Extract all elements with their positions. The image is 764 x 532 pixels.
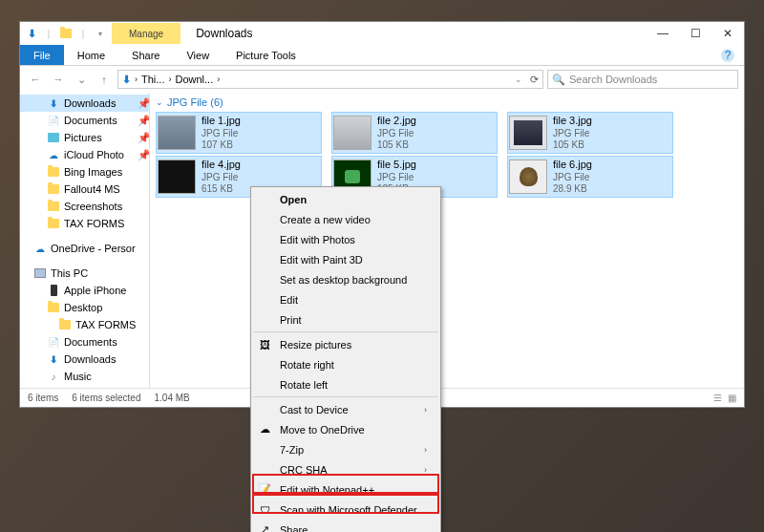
nav-forward-button[interactable]: → xyxy=(49,70,68,89)
menu-item[interactable]: 📝Edit with Notepad++ xyxy=(251,479,440,500)
menu-item-label: Move to OneDrive xyxy=(280,424,365,436)
menu-item-label: Rotate right xyxy=(280,359,334,371)
folder-icon xyxy=(47,182,60,196)
file-item[interactable]: file 1.jpgJPG File107 KB xyxy=(156,112,322,154)
sidebar-item-onedrive[interactable]: ☁OneDrive - Persor xyxy=(20,240,149,257)
breadcrumb-seg[interactable]: › xyxy=(135,74,138,84)
group-header[interactable]: ⌄JPG File (6) xyxy=(150,93,744,112)
minimize-button[interactable]: — xyxy=(647,22,679,45)
nav-back-button[interactable]: ← xyxy=(26,70,45,89)
pin-icon: 📌 xyxy=(138,132,149,143)
sidebar-item-fallout[interactable]: Fallout4 MS xyxy=(20,181,149,198)
sidebar-item-phone[interactable]: Apple iPhone xyxy=(20,282,149,299)
menu-item-label: Resize pictures xyxy=(280,339,351,351)
cloud-icon: ☁ xyxy=(47,148,60,161)
sidebar-item-desktop[interactable]: Desktop xyxy=(20,299,149,316)
menu-item[interactable]: Edit with Paint 3D xyxy=(251,249,440,269)
breadcrumb-seg[interactable]: Thi... xyxy=(141,74,164,85)
file-size: 105 KB xyxy=(377,139,416,151)
sidebar-item-pictures[interactable]: Pictures📌 xyxy=(20,129,149,146)
breadcrumb-seg[interactable]: › xyxy=(217,74,220,84)
file-item[interactable]: file 6.jpgJPG File28.9 KB xyxy=(507,156,673,198)
folder-icon[interactable] xyxy=(58,26,74,41)
menu-item[interactable]: ☁Move to OneDrive xyxy=(251,419,440,439)
file-name: file 1.jpg xyxy=(202,115,241,127)
chevron-right-icon: › xyxy=(424,445,427,455)
menu-item[interactable]: Open xyxy=(251,189,440,209)
status-selected: 6 items selected xyxy=(72,393,140,403)
sidebar-item-icloud[interactable]: ☁iCloud Photo📌 xyxy=(20,146,149,163)
sidebar-item-label: Documents xyxy=(64,336,117,348)
refresh-icon[interactable]: ⟳ xyxy=(530,74,539,86)
nav-pane: ⬇Downloads📌 📄Documents📌 Pictures📌 ☁iClou… xyxy=(20,93,150,388)
file-size: 28.9 KB xyxy=(553,183,592,195)
thumbnail xyxy=(509,160,547,194)
music-icon: ♪ xyxy=(47,370,60,383)
menu-item[interactable]: Cast to Device› xyxy=(251,399,440,419)
menu-item-label: Print xyxy=(280,314,302,326)
menu-item[interactable]: Set as desktop background xyxy=(251,269,440,289)
menu-item[interactable]: 7-Zip› xyxy=(251,439,440,459)
menu-item[interactable]: ↗Share xyxy=(251,520,440,532)
search-input[interactable]: 🔍 Search Downloads xyxy=(547,70,738,89)
menu-item[interactable]: 🖼Resize pictures xyxy=(251,334,440,354)
menu-item-label: Cast to Device xyxy=(280,404,349,415)
menu-item[interactable]: Edit xyxy=(251,289,440,309)
tab-share[interactable]: Share xyxy=(118,45,173,65)
breadcrumb-dropdown[interactable]: ⌄ xyxy=(515,74,522,84)
menu-item[interactable]: CRC SHA› xyxy=(251,459,440,479)
menu-item[interactable]: Print xyxy=(251,309,440,330)
sidebar-item-thispc[interactable]: This PC xyxy=(20,265,149,282)
nav-history-button[interactable]: ⌄ xyxy=(72,70,91,89)
download-icon: ⬇ xyxy=(47,96,60,110)
down-arrow-icon[interactable]: ⬇ xyxy=(24,26,39,41)
thumbnails-view-icon[interactable]: ▦ xyxy=(728,393,736,403)
pin-icon: 📌 xyxy=(138,97,149,109)
file-type: JPG File xyxy=(553,172,592,183)
sidebar-item-taxforms[interactable]: TAX FORMS xyxy=(20,215,149,232)
tab-file[interactable]: File xyxy=(20,45,64,65)
file-name: file 3.jpg xyxy=(553,115,592,127)
menu-item[interactable]: Edit with Photos xyxy=(251,229,440,249)
sidebar-item-documents-pc[interactable]: 📄Documents xyxy=(20,333,149,351)
help-icon[interactable]: ? xyxy=(721,49,734,62)
menu-item[interactable]: 🛡Scan with Microsoft Defender... xyxy=(251,500,440,520)
file-type: JPG File xyxy=(377,172,416,183)
tab-view[interactable]: View xyxy=(173,45,223,65)
menu-item[interactable]: Rotate left xyxy=(251,374,440,394)
tab-home[interactable]: Home xyxy=(64,45,118,65)
sidebar-item-bing[interactable]: Bing Images xyxy=(20,163,149,181)
breadcrumb-seg[interactable]: › xyxy=(168,74,171,84)
file-item[interactable]: file 2.jpgJPG File105 KB xyxy=(331,112,498,154)
tab-picture-tools[interactable]: Picture Tools xyxy=(223,45,309,65)
thumbnail xyxy=(158,116,196,150)
sidebar-item-downloads[interactable]: ⬇Downloads📌 xyxy=(20,95,149,112)
breadcrumb[interactable]: ⬇ › Thi... › Downl... › ⌄ ⟳ xyxy=(117,70,543,89)
view-buttons: ☰ ▦ xyxy=(713,393,736,403)
sidebar-item-documents[interactable]: 📄Documents📌 xyxy=(20,112,149,129)
contextual-tab-manage[interactable]: Manage xyxy=(112,23,180,44)
menu-item-label: Rotate left xyxy=(280,379,328,391)
sidebar-item-taxforms-sub[interactable]: TAX FORMS xyxy=(20,316,149,333)
file-item[interactable]: file 3.jpgJPG File105 KB xyxy=(507,112,673,154)
details-view-icon[interactable]: ☰ xyxy=(713,393,722,403)
sidebar-item-label: Desktop xyxy=(64,302,102,313)
file-name: file 4.jpg xyxy=(202,159,241,171)
menu-item-label: Edit with Paint 3D xyxy=(280,254,363,266)
menu-item[interactable]: Create a new video xyxy=(251,209,440,229)
menu-item-label: Edit with Photos xyxy=(280,234,355,245)
sidebar-item-music[interactable]: ♪Music xyxy=(20,368,149,385)
close-button[interactable]: ✕ xyxy=(711,22,744,45)
breadcrumb-seg[interactable]: Downl... xyxy=(175,74,213,85)
sidebar-item-label: This PC xyxy=(51,267,88,279)
sidebar-item-label: Downloads xyxy=(64,353,116,365)
menu-item[interactable]: Rotate right xyxy=(251,354,440,374)
sidebar-item-screenshots[interactable]: Screenshots xyxy=(20,198,149,215)
sidebar-item-downloads-pc[interactable]: ⬇Downloads xyxy=(20,351,149,368)
window-title: Downloads xyxy=(180,23,267,44)
qat-sep: | xyxy=(41,26,56,41)
maximize-button[interactable]: ☐ xyxy=(679,22,711,45)
menu-item-icon: 🖼 xyxy=(257,337,272,352)
chevron-down-icon[interactable]: ▾ xyxy=(93,26,108,41)
nav-up-button[interactable]: ↑ xyxy=(95,70,114,89)
